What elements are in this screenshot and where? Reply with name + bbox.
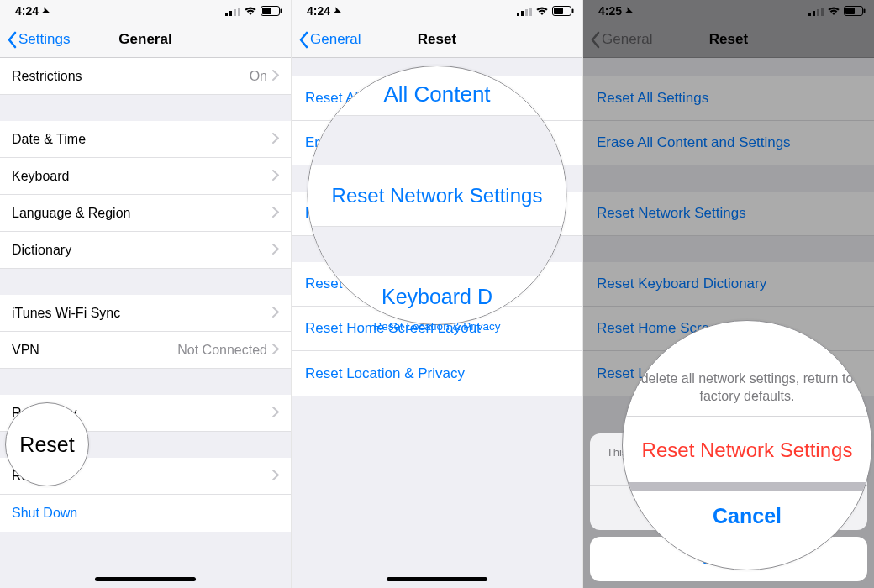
- svg-rect-1: [229, 11, 232, 16]
- row-label: Restrictions: [12, 69, 250, 84]
- chevron-right-icon: [272, 243, 279, 258]
- back-label: Settings: [18, 31, 70, 48]
- svg-rect-5: [262, 8, 271, 14]
- back-button[interactable]: Settings: [7, 31, 70, 49]
- home-indicator[interactable]: [387, 577, 487, 581]
- row-shutdown[interactable]: Shut Down: [0, 495, 291, 532]
- row-label: Language & Region: [12, 206, 272, 221]
- row-erase-all[interactable]: Erase All Content and Settings: [292, 121, 582, 165]
- svg-rect-13: [572, 9, 574, 13]
- cellular-icon: [517, 7, 532, 16]
- chevron-left-icon: [7, 31, 18, 49]
- row-vpn[interactable]: VPN Not Connected: [0, 332, 291, 369]
- nav-bar: General Reset: [292, 22, 582, 58]
- chevron-right-icon: [272, 306, 279, 321]
- row-itunes[interactable]: iTunes Wi-Fi Sync: [0, 295, 291, 332]
- row-regulatory[interactable]: Regulatory: [0, 395, 291, 432]
- svg-rect-6: [281, 9, 282, 13]
- chevron-right-icon: [272, 469, 279, 484]
- svg-rect-0: [225, 13, 228, 16]
- row-value: Not Connected: [177, 343, 267, 358]
- chevron-right-icon: [272, 406, 279, 421]
- chevron-right-icon: [272, 132, 279, 147]
- row-label: Erase All Content and Settings: [305, 134, 499, 151]
- status-time: 4:24: [15, 4, 39, 18]
- location-icon: ➤: [40, 4, 51, 17]
- action-sheet: This will delete all network settings, r…: [590, 433, 867, 581]
- row-value: On: [250, 69, 267, 84]
- row-reset-all[interactable]: Reset All Settings: [292, 76, 582, 121]
- status-time: 4:24: [307, 4, 330, 18]
- status-bar: 4:24 ➤: [0, 0, 291, 22]
- battery-icon: [552, 6, 574, 16]
- status-bar: 4:24 ➤: [292, 0, 582, 22]
- nav-bar: Settings General: [0, 22, 291, 58]
- row-label: iTunes Wi-Fi Sync: [12, 306, 272, 321]
- screenshot-reset-list: 4:24 ➤ General Reset: [292, 0, 583, 588]
- row-label: Date & Time: [12, 132, 272, 147]
- row-label: Reset All Settings: [305, 90, 417, 107]
- row-datetime[interactable]: Date & Time: [0, 121, 291, 158]
- battery-icon: [261, 6, 282, 16]
- screenshot-general: 4:24 ➤ Settings General: [0, 0, 292, 588]
- row-label: Keyboard: [12, 169, 272, 184]
- settings-list: Restrictions On Date & Time Keyboard Lan…: [0, 58, 291, 588]
- svg-rect-2: [234, 9, 236, 16]
- row-reset-location[interactable]: Reset Location & Privacy: [292, 351, 582, 396]
- svg-rect-10: [529, 8, 532, 16]
- screenshot-confirm: 4:25 ➤ General Reset: [583, 0, 874, 588]
- wifi-icon: [535, 7, 549, 16]
- row-label: Reset Keyboard Dictionary: [305, 276, 475, 292]
- row-langregion[interactable]: Language & Region: [0, 195, 291, 232]
- sheet-cancel-button[interactable]: Cancel: [590, 537, 867, 581]
- row-label: Reset Location & Privacy: [305, 365, 465, 382]
- row-reset-network[interactable]: Reset Network Settings: [292, 192, 582, 236]
- row-dictionary[interactable]: Dictionary: [0, 232, 291, 269]
- svg-rect-7: [517, 13, 519, 16]
- svg-rect-12: [554, 8, 563, 14]
- svg-rect-8: [521, 11, 524, 16]
- location-icon: ➤: [332, 4, 343, 17]
- row-keyboard[interactable]: Keyboard: [0, 158, 291, 195]
- row-label: Regulatory: [12, 406, 272, 421]
- chevron-right-icon: [272, 69, 279, 84]
- chevron-right-icon: [272, 343, 279, 358]
- lens-small-line: Reset Location & Privacy: [292, 318, 582, 333]
- chevron-left-icon: [298, 31, 309, 49]
- svg-rect-3: [238, 8, 240, 16]
- row-restrictions[interactable]: Restrictions On: [0, 58, 291, 95]
- row-reset[interactable]: Reset: [0, 458, 291, 495]
- chevron-right-icon: [272, 206, 279, 221]
- row-label: Dictionary: [12, 243, 272, 258]
- row-label: VPN: [12, 343, 177, 358]
- sheet-message: This will delete all network settings, r…: [590, 433, 867, 486]
- row-reset-keyboard[interactable]: Reset Keyboard Dictionary: [292, 262, 582, 307]
- row-label: Shut Down: [12, 506, 279, 521]
- chevron-right-icon: [272, 169, 279, 184]
- row-label: Reset: [12, 469, 272, 484]
- cellular-icon: [225, 7, 240, 16]
- sheet-action-reset-network[interactable]: Reset Network Settings: [590, 486, 867, 530]
- back-label: General: [310, 31, 361, 48]
- back-button[interactable]: General: [298, 31, 361, 49]
- home-indicator[interactable]: [95, 577, 196, 581]
- row-label: Reset Network Settings: [305, 205, 455, 222]
- svg-rect-9: [525, 9, 528, 16]
- wifi-icon: [244, 7, 257, 16]
